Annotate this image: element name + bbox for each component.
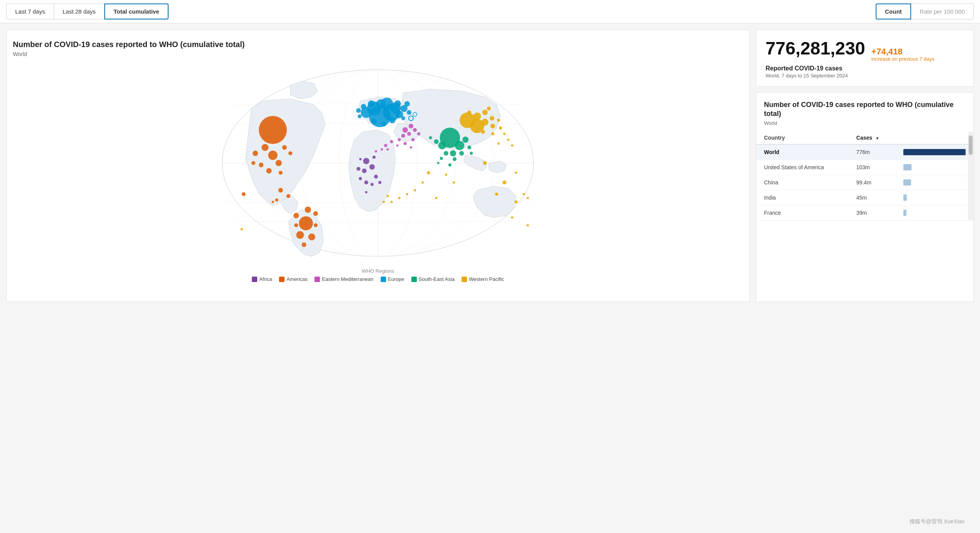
legend-eastern-med-label: Eastern Mediterranean <box>322 276 373 282</box>
svg-point-86 <box>444 151 448 156</box>
svg-point-115 <box>495 193 498 196</box>
legend-sea: South-East Asia <box>411 276 455 282</box>
table-row[interactable]: France39m <box>756 205 973 220</box>
svg-point-125 <box>406 193 408 195</box>
table-card-sub: World <box>756 120 973 131</box>
stats-delta-label: increase on previous 7 days <box>871 56 934 62</box>
map-title: Number of COVID-19 cases reported to WHO… <box>13 39 743 49</box>
cell-bar <box>896 205 973 220</box>
svg-point-28 <box>402 127 408 133</box>
table-row[interactable]: United States of America103m <box>756 160 973 175</box>
cell-cases: 45m <box>848 190 896 205</box>
svg-point-101 <box>490 116 494 121</box>
svg-point-54 <box>279 171 283 175</box>
cell-country: United States of America <box>756 160 848 175</box>
svg-point-100 <box>482 110 488 115</box>
svg-point-33 <box>398 138 401 141</box>
legend-americas-label: Americas <box>286 276 307 282</box>
americas-color <box>279 277 285 282</box>
svg-point-45 <box>268 151 277 160</box>
svg-point-118 <box>523 193 525 195</box>
cell-bar <box>896 144 973 160</box>
table-row[interactable]: India45m <box>756 190 973 205</box>
svg-point-69 <box>363 158 369 164</box>
col-cases[interactable]: Cases ▼ <box>848 131 896 144</box>
right-panel: 776,281,230 +74,418 increase on previous… <box>756 30 974 302</box>
svg-point-116 <box>515 172 517 174</box>
svg-point-133 <box>241 228 243 230</box>
tab-count[interactable]: Count <box>876 4 911 19</box>
svg-point-88 <box>434 139 439 144</box>
table-row[interactable]: World776m <box>756 144 973 160</box>
cell-cases: 39m <box>848 205 896 220</box>
svg-point-67 <box>272 201 274 203</box>
svg-point-89 <box>453 157 457 161</box>
africa-color <box>252 277 257 282</box>
bar-fill <box>903 195 907 201</box>
svg-point-59 <box>293 213 299 218</box>
svg-point-122 <box>435 197 437 199</box>
svg-point-24 <box>401 116 405 120</box>
svg-point-64 <box>278 188 283 193</box>
svg-point-18 <box>371 119 377 124</box>
cell-country: China <box>756 175 848 190</box>
stats-delta: +74,418 <box>871 47 934 57</box>
cell-country: France <box>756 205 848 220</box>
col-country[interactable]: Country <box>756 131 848 144</box>
bar-fill <box>903 164 912 170</box>
svg-point-57 <box>308 233 315 240</box>
svg-point-37 <box>396 144 399 147</box>
cell-bar <box>896 160 973 175</box>
table-wrapper: Country Cases ▼ World776mUnited States o… <box>756 131 973 221</box>
svg-point-95 <box>437 162 439 164</box>
svg-point-36 <box>417 132 420 135</box>
svg-point-61 <box>302 242 306 247</box>
svg-point-15 <box>368 100 375 107</box>
svg-point-30 <box>401 134 405 138</box>
header-bar: Last 7 days Last 28 days Total cumulativ… <box>0 0 980 23</box>
svg-point-23 <box>381 122 386 126</box>
svg-point-84 <box>450 150 456 156</box>
svg-point-48 <box>266 168 272 174</box>
svg-point-25 <box>358 114 362 118</box>
scrollbar-thumb[interactable] <box>969 135 973 155</box>
svg-point-50 <box>282 145 287 150</box>
tab-last-28-days[interactable]: Last 28 days <box>54 4 104 19</box>
table-row[interactable]: China99.4m <box>756 175 973 190</box>
svg-point-99 <box>481 119 488 126</box>
svg-point-78 <box>359 158 362 160</box>
svg-point-102 <box>490 124 495 128</box>
svg-point-107 <box>491 132 494 135</box>
stats-main-row: 776,281,230 +74,418 increase on previous… <box>766 39 964 62</box>
svg-point-53 <box>288 151 292 155</box>
svg-point-43 <box>375 150 377 153</box>
svg-point-32 <box>413 128 417 132</box>
svg-point-63 <box>294 223 298 227</box>
main-content: Number of COVID-19 cases reported to WHO… <box>0 23 980 308</box>
svg-point-98 <box>473 112 481 120</box>
sea-color <box>411 277 417 282</box>
tab-total-cumulative[interactable]: Total cumulative <box>104 4 169 19</box>
svg-point-17 <box>389 117 395 123</box>
cell-country: World <box>756 144 848 160</box>
eastern-med-color <box>314 277 320 282</box>
tab-last-7-days[interactable]: Last 7 days <box>6 4 54 19</box>
svg-point-73 <box>364 181 368 184</box>
svg-point-87 <box>459 151 464 156</box>
svg-point-105 <box>497 119 500 122</box>
svg-point-111 <box>497 142 500 145</box>
cases-table: Country Cases ▼ World776mUnited States o… <box>756 131 973 221</box>
cell-country: India <box>756 190 848 205</box>
svg-point-20 <box>361 104 366 109</box>
svg-point-94 <box>448 163 451 167</box>
europe-color <box>381 277 386 282</box>
scrollbar-track[interactable] <box>968 131 973 221</box>
bar-fill <box>903 149 966 155</box>
svg-point-58 <box>305 207 311 213</box>
tab-rate[interactable]: Rate per 100 000 <box>911 4 974 19</box>
svg-point-113 <box>483 161 487 165</box>
svg-point-126 <box>398 197 400 199</box>
legend-eastern-med: Eastern Mediterranean <box>314 276 373 282</box>
svg-point-66 <box>275 198 278 202</box>
svg-point-21 <box>356 108 361 113</box>
